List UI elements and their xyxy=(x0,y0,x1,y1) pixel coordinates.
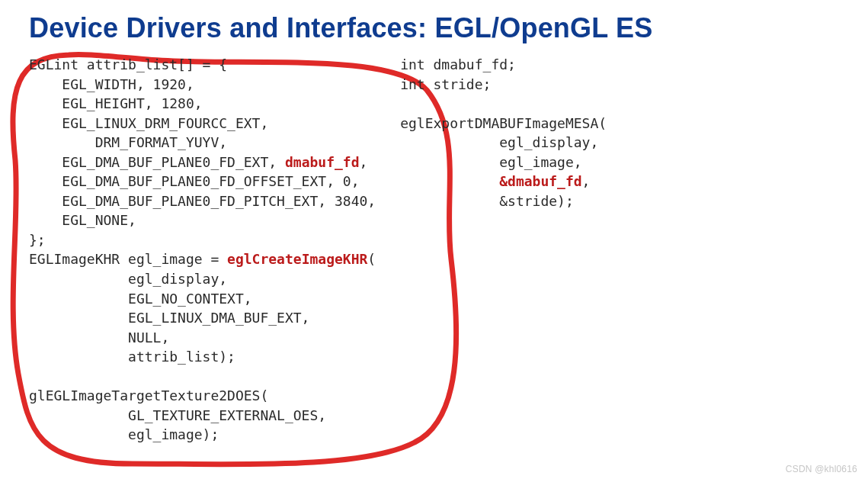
code-block-left: EGLint attrib_list[] = { EGL_WIDTH, 1920… xyxy=(24,55,376,445)
code-line: glEGLImageTargetTexture2DOES( xyxy=(29,387,268,403)
code-line: int dmabuf_fd; xyxy=(400,56,516,72)
code-line: , xyxy=(360,154,368,170)
code-line: EGL_NONE, xyxy=(29,212,136,228)
watermark-text: CSDN @khl0616 xyxy=(786,464,857,474)
code-columns: EGLint attrib_list[] = { EGL_WIDTH, 1920… xyxy=(24,55,844,445)
code-line: egl_image, xyxy=(400,154,581,170)
code-line: EGL_LINUX_DMA_BUF_EXT, xyxy=(29,310,309,326)
code-highlight-eglcreateimagekhr: eglCreateImageKHR xyxy=(227,251,367,267)
code-line: ( xyxy=(367,251,376,267)
code-line: EGL_DMA_BUF_PLANE0_FD_OFFSET_EXT, 0, xyxy=(29,173,359,189)
code-line: DRM_FORMAT_YUYV, xyxy=(29,134,227,150)
code-line: &stride); xyxy=(400,193,574,209)
code-line xyxy=(400,173,499,189)
code-line: egl_image); xyxy=(29,426,219,442)
code-line: EGL_HEIGHT, 1280, xyxy=(29,95,203,111)
code-line: EGLint attrib_list[] = { xyxy=(29,56,227,72)
code-line: NULL, xyxy=(29,330,169,346)
code-line: EGL_DMA_BUF_PLANE0_FD_PITCH_EXT, 3840, xyxy=(29,193,376,209)
code-line: }; xyxy=(29,232,46,248)
code-line: egl_display, xyxy=(400,134,598,150)
slide: Device Drivers and Interfaces: EGL/OpenG… xyxy=(0,0,868,479)
code-line: , xyxy=(582,173,591,189)
slide-title: Device Drivers and Interfaces: EGL/OpenG… xyxy=(29,12,844,44)
code-highlight-dmabuf-fd: dmabuf_fd xyxy=(285,154,360,170)
code-line: egl_display, xyxy=(29,271,227,287)
code-line: EGL_DMA_BUF_PLANE0_FD_EXT, xyxy=(29,154,285,170)
code-line: EGLImageKHR egl_image = xyxy=(29,251,227,267)
code-line: eglExportDMABUFImageMESA( xyxy=(400,115,607,131)
code-line: attrib_list); xyxy=(29,349,235,365)
code-block-right: int dmabuf_fd; int stride; eglExportDMAB… xyxy=(394,55,607,445)
code-line: EGL_WIDTH, 1920, xyxy=(29,76,194,92)
code-line: EGL_NO_CONTEXT, xyxy=(29,291,252,307)
code-highlight-dmabuf-fd-ref: &dmabuf_fd xyxy=(499,173,581,189)
code-line: EGL_LINUX_DRM_FOURCC_EXT, xyxy=(29,115,268,131)
code-line: int stride; xyxy=(400,76,491,92)
code-line: GL_TEXTURE_EXTERNAL_OES, xyxy=(29,407,326,423)
